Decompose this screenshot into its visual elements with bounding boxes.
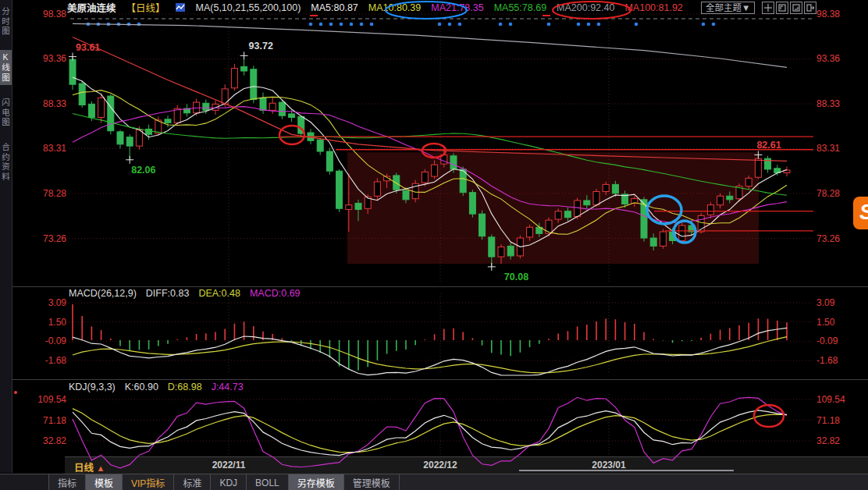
indicator-chart-icon[interactable]	[176, 2, 186, 12]
svg-text:88.33: 88.33	[816, 98, 840, 109]
svg-text:-1.68: -1.68	[45, 355, 67, 366]
svg-text:93.61: 93.61	[76, 42, 100, 53]
date-tick-label: 2022/12	[417, 460, 464, 470]
tab-8[interactable]: 管理模板	[344, 474, 400, 490]
ma-value: MA200:92.40	[557, 2, 614, 13]
chart-header: 美原油连续 【日线】 MA(5,10,21,55,200,100) MA5:80…	[67, 0, 683, 15]
macd-dea-value: DEA:0.48	[198, 288, 240, 299]
svg-text:109.54: 109.54	[816, 394, 845, 405]
tabbar-spacer	[0, 474, 49, 490]
kdj-j-value: J:44.73	[212, 382, 244, 392]
annotation-overlay	[0, 0, 868, 490]
kdj-k-value: K:60.90	[125, 382, 158, 392]
tab-1[interactable]: 指标	[49, 474, 86, 490]
svg-text:70.08: 70.08	[504, 272, 528, 282]
date-tick-label: 2022/11	[205, 460, 252, 470]
period-selector[interactable]: 日线 ▲	[74, 460, 105, 474]
svg-text:93.36: 93.36	[43, 53, 66, 64]
ma-value: MA21:78.35	[431, 2, 483, 13]
ma-values-group: MA5:80.87MA10:80.39MA21:78.35MA55:78.69M…	[311, 2, 682, 13]
ma-value: MA10:80.39	[368, 2, 421, 13]
tab-5[interactable]: KDJ	[211, 474, 247, 490]
bottom-tab-bar: 指标模板VIP指标标准KDJBOLL另存模板管理模板	[0, 474, 868, 490]
kdj-panel-header[interactable]: KDJ(9,3,3) K:60.90 D:68.98 J:44.73	[69, 382, 244, 392]
macd-value: MACD:0.69	[250, 288, 301, 299]
tab-4[interactable]: 标准	[174, 474, 211, 490]
theme-dropdown-button[interactable]: 全部主题▼	[701, 2, 755, 14]
period-badge[interactable]: 【日线】	[126, 0, 165, 15]
svg-text:71.18: 71.18	[816, 415, 840, 426]
tab-6[interactable]: BOLL	[247, 474, 289, 490]
svg-text:-0.09: -0.09	[816, 336, 838, 346]
ma-settings-label[interactable]: MA(5,10,21,55,200,100)	[196, 2, 301, 13]
period-arrow-icon: ▲	[97, 463, 105, 473]
svg-text:93.36: 93.36	[816, 53, 840, 64]
svg-text:88.33: 88.33	[43, 98, 66, 109]
tab-2[interactable]: 模板	[86, 474, 123, 490]
svg-text:109.54: 109.54	[37, 394, 66, 405]
svg-text:73.26: 73.26	[816, 233, 840, 244]
svg-text:83.31: 83.31	[816, 143, 840, 154]
sidebar-item-3[interactable]: 闪电图	[0, 96, 12, 130]
left-sidebar: 分时图K线图闪电图合约资料	[0, 0, 12, 473]
tab-3[interactable]: VIP指标	[123, 474, 174, 490]
macd-diff-value: DIFF:0.83	[146, 288, 190, 299]
scale-left-tool-icon[interactable]	[776, 2, 788, 14]
svg-text:78.28: 78.28	[43, 188, 66, 199]
sidebar-item-2[interactable]: K线图	[0, 50, 12, 85]
tab-7[interactable]: 另存模板	[289, 474, 344, 490]
svg-text:98.38: 98.38	[43, 9, 66, 20]
candlestick-chart-canvas[interactable]: 98.3898.3893.3693.3688.3388.3383.3183.31…	[0, 0, 868, 490]
date-tick-label: 2023/01	[585, 460, 632, 470]
floating-logo-badge[interactable]: S	[853, 197, 868, 229]
svg-text:82.06: 82.06	[131, 165, 155, 176]
svg-text:32.82: 32.82	[43, 435, 66, 446]
date-axis-bar[interactable]: 日线 ▲ 2022/112022/122023/01	[65, 456, 868, 474]
svg-text:3.09: 3.09	[48, 297, 67, 308]
svg-text:-0.09: -0.09	[45, 336, 67, 346]
macd-title: MACD(26,12,9)	[69, 288, 137, 299]
ma-value: MA5:80.87	[311, 2, 358, 13]
svg-text:71.18: 71.18	[43, 415, 66, 426]
kdj-title: KDJ(9,3,3)	[69, 382, 116, 392]
symbol-title: 美原油连续	[67, 0, 116, 15]
horizontal-scrollbar-thumb[interactable]	[519, 470, 734, 471]
sidebar-item-1[interactable]: 分时图	[0, 5, 12, 39]
svg-text:93.72: 93.72	[249, 41, 273, 51]
svg-text:73.26: 73.26	[43, 233, 66, 244]
ma-value: MA100:81.92	[624, 2, 682, 13]
ma-value: MA55:78.69	[494, 2, 546, 13]
svg-text:32.82: 32.82	[816, 435, 840, 446]
chart-application-window: { "header": { "symbol": "美原油连续", "period…	[0, 0, 868, 490]
crosshair-tool-icon[interactable]	[762, 2, 774, 14]
kdj-d-value: D:68.98	[168, 382, 202, 392]
sidebar-item-4[interactable]: 合约资料	[0, 140, 12, 184]
svg-text:1.50: 1.50	[48, 317, 67, 328]
expand-panel-tool-icon[interactable]	[804, 2, 816, 14]
svg-text:83.31: 83.31	[43, 143, 66, 154]
svg-text:3.09: 3.09	[816, 297, 835, 308]
scale-right-tool-icon[interactable]	[790, 2, 802, 14]
macd-panel-header[interactable]: MACD(26,12,9) DIFF:0.83 DEA:0.48 MACD:0.…	[69, 288, 301, 299]
svg-text:78.28: 78.28	[816, 188, 840, 199]
svg-text:98.38: 98.38	[816, 9, 840, 20]
svg-text:82.61: 82.61	[756, 140, 781, 151]
svg-text:-1.68: -1.68	[816, 355, 838, 366]
svg-text:1.50: 1.50	[816, 317, 835, 328]
